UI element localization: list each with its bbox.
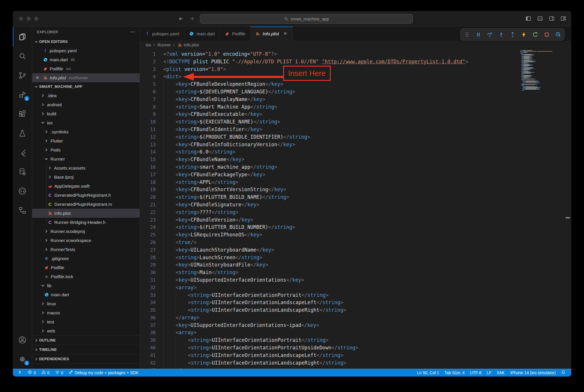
step-out-button[interactable] <box>509 31 516 38</box>
breadcrumb-item[interactable]: Info.plist <box>184 43 199 47</box>
folder-item-linux[interactable]: linux <box>32 299 140 308</box>
close-icon[interactable] <box>35 75 40 80</box>
status-lf[interactable]: LF <box>484 369 494 377</box>
search-activity-button[interactable] <box>13 46 32 66</box>
code-editor[interactable]: 1<?xml version="1.0" encoding="UTF-8"?>2… <box>140 49 571 369</box>
tab-info-plist[interactable]: Info.plist <box>250 27 293 41</box>
folder-item-pods[interactable]: Pods <box>32 145 140 154</box>
open-editor-item[interactable]: main.dartlib <box>32 55 140 64</box>
tab-pubspec-yaml[interactable]: !pubspec.yaml <box>140 27 184 41</box>
settings-activity-button[interactable]: 1 <box>13 349 32 369</box>
code-line: 7<key>CFBundleDisplayName</key> <box>140 96 558 103</box>
toggle-panel-button[interactable] <box>536 15 544 22</box>
tab-podfile[interactable]: Podfile <box>220 27 250 41</box>
hot-reload-button[interactable] <box>520 31 527 38</box>
navigate-back-button[interactable] <box>177 15 184 22</box>
pause-button[interactable] <box>475 31 482 38</box>
open-editor-item[interactable]: Info.plistios/Runner <box>32 73 140 82</box>
toggle-primary-sidebar-button[interactable] <box>524 15 532 22</box>
account-activity-button[interactable] <box>13 330 32 349</box>
minimize-window-button[interactable] <box>27 17 31 21</box>
folder-item-macos[interactable]: macos <box>32 308 140 317</box>
github-activity-button[interactable] <box>13 181 32 201</box>
restart-button[interactable] <box>532 31 539 38</box>
extensions-activity-button[interactable] <box>13 104 32 123</box>
folder-item-assets-xcassets[interactable]: Assets.xcassets <box>32 163 140 173</box>
panel-header-timeline[interactable]: TIMELINE <box>32 345 140 354</box>
references-activity-button[interactable] <box>13 201 32 220</box>
folder-item--idea[interactable]: .idea <box>32 91 140 100</box>
minimap[interactable] <box>520 50 564 91</box>
breadcrumb-item[interactable]: Runner <box>157 43 171 47</box>
status-ln-50-col-1[interactable]: Ln 50, Col 1 <box>415 369 442 377</box>
run-debug-activity-button[interactable]: 1 <box>13 85 32 104</box>
file-item-podfile[interactable]: Podfile <box>32 263 140 272</box>
folder-item--symlinks[interactable]: .symlinks <box>32 127 140 136</box>
dtd-link[interactable]: "http://www.apple.com/DTDs/PropertyList-… <box>322 58 465 66</box>
folder-item-runnertests[interactable]: RunnerTests <box>32 245 140 254</box>
flutter-activity-button[interactable] <box>13 143 32 162</box>
status-remote[interactable] <box>13 369 25 377</box>
folder-item-build[interactable]: build <box>32 109 140 118</box>
command-center-search[interactable]: smart_machine_app <box>200 14 413 24</box>
file-item-info-plist[interactable]: Info.plist <box>32 209 140 218</box>
folder-item-base-lproj[interactable]: Base.lproj <box>32 173 140 182</box>
folder-item-web[interactable]: web <box>32 326 140 335</box>
tab-main-dart[interactable]: main.dart <box>184 27 220 41</box>
folder-item-lib[interactable]: lib <box>32 281 140 290</box>
open-editor-item[interactable]: !pubspec.yaml <box>32 46 140 55</box>
folder-item-flutter[interactable]: Flutter <box>32 136 140 145</box>
status-xml[interactable]: XML <box>494 369 508 377</box>
folder-item-runner-xcodeproj[interactable]: Runner.xcodeproj <box>32 227 140 236</box>
code-token: > <box>316 322 319 329</box>
folder-item-android[interactable]: android <box>32 100 140 109</box>
step-over-button[interactable] <box>486 31 493 38</box>
folder-item-runner[interactable]: Runner <box>32 154 140 163</box>
code-token: string <box>289 133 307 141</box>
status-tab-size-4[interactable]: Tab Size: 4 <box>442 369 467 377</box>
code-content[interactable]: 1<?xml version="1.0" encoding="UTF-8"?>2… <box>140 49 558 369</box>
status-error[interactable]: 0 <box>25 369 39 377</box>
file-item-main-dart[interactable]: main.dart <box>32 290 140 299</box>
panel-header-outline[interactable]: OUTLINE <box>32 336 140 345</box>
status-warning[interactable]: 0 <box>39 369 52 377</box>
status-broadcast[interactable]: 0 <box>52 369 66 377</box>
stop-button[interactable] <box>543 31 550 38</box>
broadcast-icon <box>55 370 60 375</box>
close-icon[interactable] <box>283 31 288 36</box>
folder-item-ios[interactable]: ios <box>32 118 140 127</box>
inspector-button[interactable] <box>554 31 562 38</box>
status-iphone-14-ios-simulator-[interactable]: iPhone 14 (ios simulator) <box>508 369 558 377</box>
file-item-runner-bridging-header-h[interactable]: CRunner-Bridging-Header.h <box>32 218 140 227</box>
breadcrumb-item[interactable]: ios <box>146 43 151 47</box>
code-token: > <box>250 216 253 224</box>
status-utf-8[interactable]: UTF-8 <box>467 369 484 377</box>
toggle-secondary-sidebar-button[interactable] <box>548 15 555 22</box>
folder-item-test[interactable]: test <box>32 317 140 326</box>
open-editors-header[interactable]: OPEN EDITORS <box>32 37 140 46</box>
folder-item-runner-xcworkspace[interactable]: Runner.xcworkspace <box>32 236 140 245</box>
file-item--gitignore[interactable]: .gitignore <box>32 254 140 263</box>
files-activity-button[interactable] <box>13 27 32 46</box>
close-window-button[interactable] <box>19 17 23 21</box>
file-item-generatedpluginregistrant-h[interactable]: CGeneratedPluginRegistrant.h <box>32 191 140 200</box>
source-control-activity-button[interactable] <box>13 66 32 85</box>
step-into-button[interactable] <box>498 31 505 38</box>
file-item-appdelegate-swift[interactable]: AppDelegate.swift <box>32 182 140 191</box>
run-config-activity-button[interactable] <box>13 162 32 181</box>
open-editor-item[interactable]: Podfileios <box>32 64 140 73</box>
project-root-header[interactable]: SMART_MACHINE_APP <box>32 82 140 91</box>
breadcrumb[interactable]: iosRunnerInfo.plist <box>140 41 571 49</box>
file-item-generatedpluginregistrant-m[interactable]: CGeneratedPluginRegistrant.m <box>32 200 140 209</box>
code-token: encoding <box>223 50 247 58</box>
overview-ruler[interactable] <box>565 49 571 369</box>
status-debug[interactable]: Debug my code + packages + SDK <box>66 369 141 377</box>
zoom-window-button[interactable] <box>34 17 38 21</box>
testing-activity-button[interactable] <box>13 123 32 143</box>
customize-layout-button[interactable] <box>559 15 567 22</box>
status-bell[interactable] <box>558 369 568 377</box>
file-item-podfile-lock[interactable]: ≡Podfile.lock <box>32 272 140 281</box>
more-actions-icon[interactable] <box>130 29 135 35</box>
panel-header-dependencies[interactable]: DEPENDENCIES <box>32 354 140 364</box>
navigate-forward-button[interactable] <box>188 15 195 22</box>
